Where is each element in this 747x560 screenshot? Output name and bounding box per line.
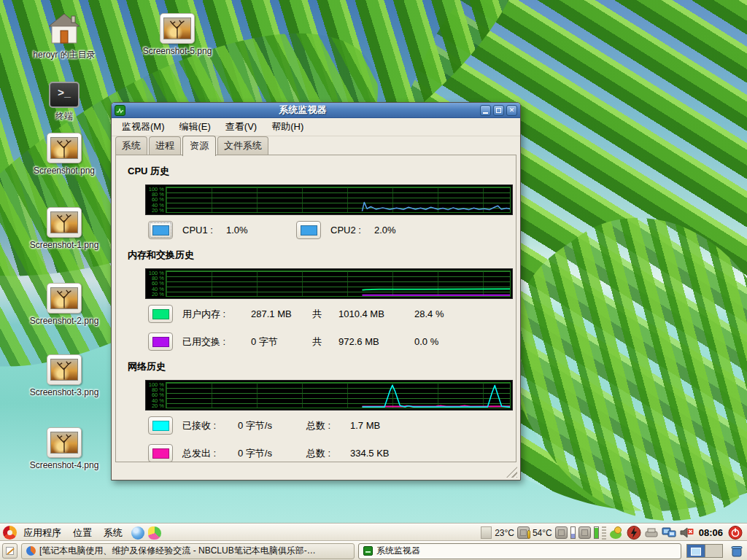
received-label: 已接收 : (182, 419, 238, 432)
image-thumbnail-icon (47, 283, 82, 314)
network-section-title: 网络历史 (128, 360, 504, 373)
menu-bar: 监视器(M) 编辑(E) 查看(V) 帮助(H) (112, 118, 520, 136)
user-memory-legend: 用户内存 : 287.1 MB 共 1010.4 MB 28.4 % (148, 305, 504, 323)
power-manager-icon[interactable] (627, 526, 641, 540)
resize-grip[interactable] (506, 467, 517, 478)
sent-total-label: 总数 : (306, 447, 350, 460)
memory-section-title: 内存和交换历史 (128, 249, 504, 262)
firefox-icon (26, 546, 36, 556)
sent-total: 334.5 KB (350, 448, 390, 459)
used-swap-color-swatch (152, 337, 169, 347)
network-monitor-icon[interactable] (662, 526, 676, 540)
cpu1-label: CPU1 : (182, 225, 226, 236)
top-panel: 应用程序 位置 系统 23°C 54°C 08:06 (0, 524, 747, 541)
cpu-sensor-icon[interactable] (578, 526, 591, 539)
system-menu[interactable]: 系统 (98, 525, 128, 541)
tab-filesystems[interactable]: 文件系统 (217, 136, 268, 155)
tab-resources[interactable]: 资源 (182, 136, 216, 156)
cpu1-color-button[interactable] (148, 221, 173, 239)
maximize-button[interactable] (493, 105, 504, 116)
network-section: 网络历史 100 %80 %60 %40 %20 % 已接收 : 0 字节/s … (128, 360, 504, 462)
minimize-button[interactable] (480, 105, 491, 116)
desktop-icon-home[interactable]: heroyr 的主目录 (26, 13, 102, 61)
menu-view[interactable]: 查看(V) (220, 118, 263, 136)
desktop-icon-screenshot-5[interactable]: Screenshot-5.png (139, 13, 215, 56)
cpu-sensor-icon[interactable] (555, 526, 568, 539)
cpu-graph-plot (166, 187, 511, 213)
used-swap-label: 已用交换 : (182, 335, 251, 349)
desktop-icon-terminal[interactable]: >_ 终端 (26, 82, 102, 122)
network-graph-axis: 100 %80 %60 %40 %20 % (146, 381, 166, 410)
app-launcher-icon[interactable] (148, 526, 161, 540)
received-legend: 已接收 : 0 字节/s 总数 : 1.7 MB (148, 416, 504, 435)
cpu-section: CPU 历史 100 %80 %60 %40 %20 % CPU1 : 1.0%… (128, 165, 504, 239)
applet-icon[interactable] (481, 526, 492, 539)
panel-handle[interactable] (602, 526, 606, 540)
desktop-icon-label: Screenshot.png (26, 166, 102, 176)
browser-launcher-icon[interactable] (131, 526, 144, 540)
memory-graph-plot (166, 271, 511, 297)
desktop-icon-label: Screenshot-1.png (26, 240, 102, 250)
cpu2-color-button[interactable] (296, 221, 321, 239)
workspace-2[interactable] (705, 545, 722, 557)
used-swap-total: 972.6 MB (338, 336, 414, 347)
desktop-icon-label: Screenshot-4.png (26, 460, 102, 470)
image-thumbnail-icon (47, 354, 82, 385)
tab-system[interactable]: 系统 (115, 136, 147, 155)
printer-icon[interactable] (644, 526, 659, 540)
user-memory-value: 287.1 MB (251, 308, 312, 319)
image-thumbnail-icon (47, 133, 82, 163)
desktop-icon-screenshot[interactable]: Screenshot.png (26, 133, 102, 176)
home-icon (47, 13, 81, 44)
menu-help[interactable]: 帮助(H) (266, 118, 309, 136)
user-memory-color-button[interactable] (148, 305, 173, 323)
task-button-system-monitor[interactable]: 系统监视器 (358, 543, 681, 559)
task-button-firefox[interactable]: [笔记本电脑使用、维护及保修经验交流 - NBCLUB笔记本电脑俱乐部-… (21, 543, 355, 559)
received-color-button[interactable] (148, 416, 173, 435)
applications-menu[interactable]: 应用程序 (18, 525, 66, 541)
memory-section: 内存和交换历史 100 %80 %60 %40 %20 % 用户内存 : 287… (128, 249, 504, 351)
clock[interactable]: 08:06 (697, 527, 725, 538)
desktop-icon-screenshot-2[interactable]: Screenshot-2.png (26, 283, 102, 326)
cpu-thermometer-icon[interactable] (517, 526, 530, 539)
close-button[interactable]: ✕ (506, 105, 517, 116)
menu-monitor[interactable]: 监视器(M) (116, 118, 171, 136)
user-memory-of: 共 (312, 308, 338, 321)
desktop-icon-screenshot-1[interactable]: Screenshot-1.png (26, 207, 102, 250)
cpu-legend: CPU1 : 1.0% CPU2 : 2.0% (148, 221, 504, 239)
used-swap-legend: 已用交换 : 0 字节 共 972.6 MB 0.0 % (148, 332, 504, 351)
desktop-icon-label: Screenshot-5.png (139, 46, 215, 56)
cpu-history-graph: 100 %80 %60 %40 %20 % (145, 184, 513, 215)
image-thumbnail-icon (47, 207, 82, 238)
volume-muted-icon[interactable] (679, 526, 694, 540)
places-menu[interactable]: 位置 (68, 525, 97, 541)
memory-history-graph: 100 %80 %60 %40 %20 % (145, 268, 513, 299)
received-color-swatch (152, 421, 169, 431)
system-tray: 23°C 54°C 08:06 (481, 526, 744, 540)
cpu1-value: 1.0% (226, 225, 267, 236)
menu-edit[interactable]: 编辑(E) (174, 118, 217, 136)
show-desktop-button[interactable] (2, 543, 18, 559)
system-monitor-icon (363, 546, 373, 556)
taskbar-panel: [笔记本电脑使用、维护及保修经验交流 - NBCLUB笔记本电脑俱乐部-… 系统… (0, 541, 747, 560)
sent-color-button[interactable] (148, 444, 173, 462)
desktop-icon-screenshot-3[interactable]: Screenshot-3.png (26, 354, 102, 397)
window-titlebar[interactable]: 系统监视器 ✕ (112, 103, 520, 118)
sent-color-swatch (152, 448, 169, 459)
desktop-icon-label: heroyr 的主目录 (26, 49, 102, 61)
image-thumbnail-icon (47, 427, 82, 458)
used-swap-of: 共 (312, 335, 338, 349)
desktop-icon-screenshot-4[interactable]: Screenshot-4.png (26, 427, 102, 470)
tab-processes[interactable]: 进程 (149, 136, 181, 155)
notification-icon[interactable] (609, 526, 624, 540)
workspace-1[interactable] (687, 545, 705, 557)
used-swap-color-button[interactable] (148, 332, 173, 351)
received-value: 0 字节/s (238, 419, 306, 432)
desktop-icon-label: Screenshot-3.png (26, 387, 102, 397)
ubuntu-logo-icon[interactable] (3, 526, 17, 540)
cpu2-value: 2.0% (374, 225, 415, 236)
window-title: 系统监视器 (128, 104, 477, 117)
trash-icon[interactable] (729, 544, 744, 558)
shutdown-button-icon[interactable] (728, 526, 743, 540)
desktop-icon-label: Screenshot-2.png (26, 316, 102, 326)
